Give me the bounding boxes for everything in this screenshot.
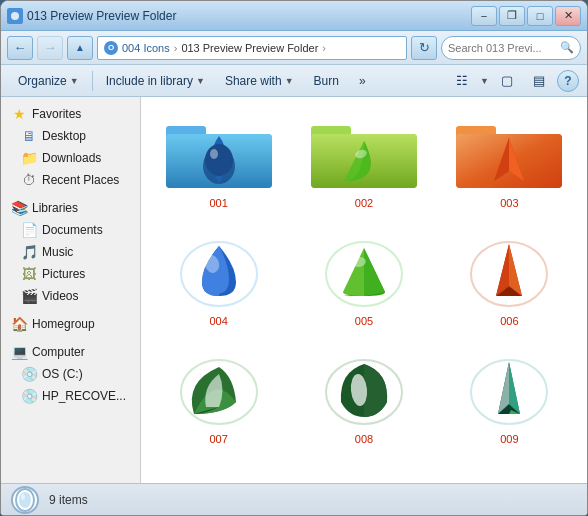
back-button[interactable]: ← <box>7 36 33 60</box>
view-mode-button[interactable]: ☷ <box>448 69 476 93</box>
view-dropdown-arrow: ▼ <box>480 76 489 86</box>
file-item-005[interactable]: 005 <box>296 225 431 333</box>
file-label-009: 009 <box>500 433 518 445</box>
desktop-label: Desktop <box>42 129 86 143</box>
status-preview-icon <box>11 486 39 514</box>
address-bar: ← → ▲ O 004 Icons › 013 Preview Preview … <box>1 31 587 65</box>
downloads-label: Downloads <box>42 151 101 165</box>
homegroup-label: Homegroup <box>32 317 95 331</box>
sidebar-section-favorites: ★ Favorites <box>1 103 140 125</box>
osc-label: OS (C:) <box>42 367 83 381</box>
drive-hp-icon: 💿 <box>21 388 37 404</box>
file-thumb-007 <box>159 349 279 429</box>
include-library-button[interactable]: Include in library ▼ <box>97 69 214 93</box>
window-title: 013 Preview Preview Folder <box>27 9 176 23</box>
more-button[interactable]: » <box>350 69 375 93</box>
svg-point-7 <box>210 149 218 159</box>
sidebar-item-documents[interactable]: 📄 Documents <box>1 219 140 241</box>
file-item-003[interactable]: 003 <box>442 107 577 215</box>
file-item-007[interactable]: 007 <box>151 343 286 451</box>
libraries-icon: 📚 <box>11 200 27 216</box>
desktop-icon: 🖥 <box>21 128 37 144</box>
up-button[interactable]: ▲ <box>67 36 93 60</box>
main-content: ★ Favorites 🖥 Desktop 📁 Downloads ⏱ Rece… <box>1 97 587 483</box>
explorer-window: 013 Preview Preview Folder − ❐ □ ✕ ← → ▲… <box>0 0 588 516</box>
music-icon: 🎵 <box>21 244 37 260</box>
svg-point-1 <box>11 12 19 20</box>
file-thumb-005 <box>304 231 424 311</box>
file-item-006[interactable]: 006 <box>442 225 577 333</box>
hprecover-label: HP_RECOVE... <box>42 389 126 403</box>
details-pane-button[interactable]: ▤ <box>525 69 553 93</box>
file-item-001[interactable]: 001 <box>151 107 286 215</box>
sidebar-item-music[interactable]: 🎵 Music <box>1 241 140 263</box>
sidebar-section-libraries: 📚 Libraries <box>1 197 140 219</box>
close-button[interactable]: ✕ <box>555 6 581 26</box>
file-item-002[interactable]: 002 <box>296 107 431 215</box>
breadcrumb-end: › <box>322 42 326 54</box>
file-grid: 001 <box>151 107 577 451</box>
file-item-009[interactable]: 009 <box>442 343 577 451</box>
window-icon <box>7 8 23 24</box>
breadcrumb-part1: 004 Icons <box>122 42 170 54</box>
maximize-button[interactable]: □ <box>527 6 553 26</box>
homegroup-icon: 🏠 <box>11 316 27 332</box>
sidebar-item-videos[interactable]: 🎬 Videos <box>1 285 140 307</box>
videos-icon: 🎬 <box>21 288 37 304</box>
share-with-button[interactable]: Share with ▼ <box>216 69 303 93</box>
videos-label: Videos <box>42 289 78 303</box>
include-library-arrow: ▼ <box>196 76 205 86</box>
favorites-star-icon: ★ <box>11 106 27 122</box>
svg-point-38 <box>19 492 31 508</box>
file-area[interactable]: 001 <box>141 97 587 483</box>
breadcrumb-part2: 013 Preview Preview Folder <box>181 42 318 54</box>
sidebar-item-osc[interactable]: 💿 OS (C:) <box>1 363 140 385</box>
file-item-008[interactable]: 008 <box>296 343 431 451</box>
title-bar: 013 Preview Preview Folder − ❐ □ ✕ <box>1 1 587 31</box>
sidebar-item-downloads[interactable]: 📁 Downloads <box>1 147 140 169</box>
file-thumb-002 <box>304 113 424 193</box>
toolbar-separator-1 <box>92 71 93 91</box>
restore-button[interactable]: ❐ <box>499 6 525 26</box>
file-label-007: 007 <box>209 433 227 445</box>
file-thumb-008 <box>304 349 424 429</box>
downloads-folder-icon: 📁 <box>21 150 37 166</box>
file-label-004: 004 <box>209 315 227 327</box>
refresh-button[interactable]: ↻ <box>411 36 437 60</box>
file-label-001: 001 <box>209 197 227 209</box>
sidebar-item-recent-places[interactable]: ⏱ Recent Places <box>1 169 140 191</box>
burn-button[interactable]: Burn <box>305 69 348 93</box>
sidebar-item-pictures[interactable]: 🖼 Pictures <box>1 263 140 285</box>
file-label-003: 003 <box>500 197 518 209</box>
search-box[interactable]: 🔍 <box>441 36 581 60</box>
recent-places-label: Recent Places <box>42 173 119 187</box>
pictures-icon: 🖼 <box>21 266 37 282</box>
forward-button[interactable]: → <box>37 36 63 60</box>
organize-button[interactable]: Organize ▼ <box>9 69 88 93</box>
music-label: Music <box>42 245 73 259</box>
drive-c-icon: 💿 <box>21 366 37 382</box>
title-bar-left: 013 Preview Preview Folder <box>7 8 176 24</box>
favorites-label: Favorites <box>32 107 81 121</box>
search-input[interactable] <box>448 42 556 54</box>
minimize-button[interactable]: − <box>471 6 497 26</box>
sidebar-item-homegroup[interactable]: 🏠 Homegroup <box>1 313 140 335</box>
file-item-004[interactable]: 004 <box>151 225 286 333</box>
computer-label: Computer <box>32 345 85 359</box>
file-thumb-004 <box>159 231 279 311</box>
file-thumb-009 <box>449 349 569 429</box>
pictures-label: Pictures <box>42 267 85 281</box>
libraries-label: Libraries <box>32 201 78 215</box>
breadcrumb-separator: › <box>174 42 178 54</box>
share-with-arrow: ▼ <box>285 76 294 86</box>
toolbar: Organize ▼ Include in library ▼ Share wi… <box>1 65 587 97</box>
help-button[interactable]: ? <box>557 70 579 92</box>
status-item-count: 9 items <box>49 493 88 507</box>
sidebar-item-desktop[interactable]: 🖥 Desktop <box>1 125 140 147</box>
sidebar-item-computer[interactable]: 💻 Computer <box>1 341 140 363</box>
sidebar-item-hprecover[interactable]: 💿 HP_RECOVE... <box>1 385 140 407</box>
address-breadcrumb[interactable]: O 004 Icons › 013 Preview Preview Folder… <box>97 36 407 60</box>
preview-pane-button[interactable]: ▢ <box>493 69 521 93</box>
file-thumb-001 <box>159 113 279 193</box>
file-thumb-006 <box>449 231 569 311</box>
